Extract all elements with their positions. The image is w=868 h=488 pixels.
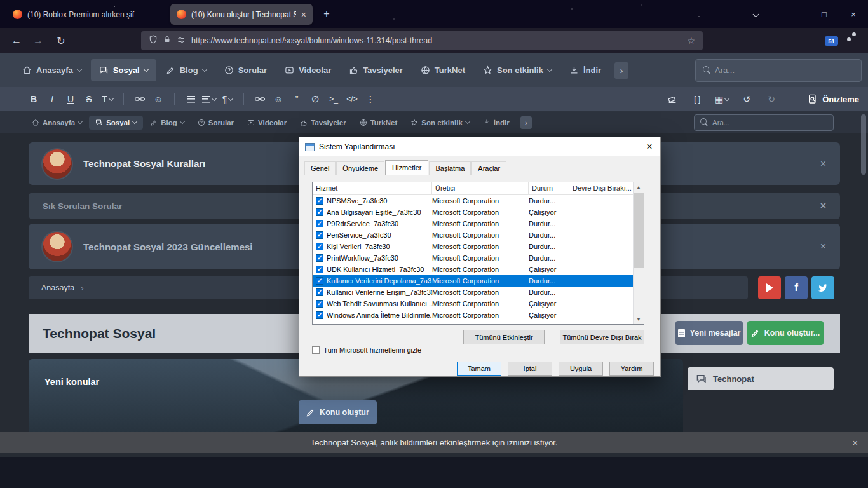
service-row[interactable]: SteelSeries Update Service Bilinmiyor Du…: [313, 321, 644, 325]
nav-item-son-etkinlik[interactable]: Son etkinlik: [404, 116, 476, 130]
lock-icon[interactable]: [163, 35, 171, 46]
checkbox[interactable]: [312, 346, 320, 354]
new-messages-button[interactable]: Yeni mesajlar: [675, 321, 743, 345]
minimize-button[interactable]: –: [780, 0, 810, 28]
search-input[interactable]: [712, 119, 827, 126]
align-button[interactable]: [201, 91, 217, 107]
code-button[interactable]: </>: [344, 91, 360, 107]
list-tabs-chevron-icon[interactable]: [746, 0, 765, 28]
browser-tab-active[interactable]: (10) Konu oluştur | Technopat S ×: [170, 4, 313, 25]
bookmark-star-icon[interactable]: ☆: [687, 36, 695, 46]
nav-item-tavsiyeler[interactable]: Tavsiyeler: [294, 116, 352, 130]
service-checkbox[interactable]: [316, 288, 323, 296]
services-list-header[interactable]: Hizmet Üretici Durum Devre Dışı Bırakı..…: [313, 182, 644, 195]
service-checkbox[interactable]: [316, 243, 323, 250]
browser-tab-inactive[interactable]: (10) Roblox Premium alırken şif: [6, 4, 166, 25]
service-checkbox[interactable]: [316, 208, 323, 216]
search-input[interactable]: [715, 65, 854, 75]
nav-item-son-etkinlik[interactable]: Son etkinlik: [475, 59, 560, 81]
more-options-icon[interactable]: ⋮: [362, 91, 379, 107]
enable-all-button[interactable]: Tümünü Etkinleştir: [463, 330, 545, 344]
text-size-button[interactable]: T: [99, 91, 116, 107]
nav-item-videolar[interactable]: Videolar: [276, 59, 339, 81]
services-list[interactable]: Hizmet Üretici Durum Devre Dışı Bırakı..…: [312, 182, 644, 325]
scroll-down-icon[interactable]: ▼: [634, 315, 644, 324]
thread-title[interactable]: Technopat Sosyal Kuralları: [83, 158, 205, 169]
service-row[interactable]: Kullanıcı Verilerini Depolama_7a3... Mic…: [313, 275, 644, 287]
dismiss-icon[interactable]: ×: [820, 241, 826, 252]
service-row[interactable]: Kişi Verileri_7a3fc30 Microsoft Corporat…: [313, 241, 644, 252]
adblock-extension-badge[interactable]: 51: [825, 36, 838, 46]
breadcrumb-link[interactable]: Anasayfa: [41, 283, 74, 292]
nav-item-anasayfa[interactable]: Anasayfa: [14, 59, 90, 81]
nav-item-anasayfa[interactable]: Anasayfa: [25, 116, 88, 130]
dismiss-icon[interactable]: ×: [820, 158, 826, 170]
paragraph-button[interactable]: ¶: [219, 91, 236, 107]
list-button[interactable]: [182, 91, 199, 107]
close-button[interactable]: ×: [839, 0, 868, 28]
permissions-icon[interactable]: [177, 35, 186, 46]
extensions-puzzle-icon[interactable]: [848, 35, 850, 46]
service-checkbox[interactable]: [316, 266, 323, 273]
nav-overflow-button[interactable]: ›: [520, 116, 532, 129]
service-row[interactable]: NPSMSvc_7a3fc30 Microsoft Corporation Du…: [313, 195, 644, 207]
forward-button[interactable]: →: [29, 32, 47, 50]
nav-item-turknet[interactable]: TurkNet: [412, 59, 473, 81]
terminal-button[interactable]: >_: [325, 91, 342, 107]
service-row[interactable]: Kullanıcı Verilerine Erişim_7a3fc30 Micr…: [313, 287, 644, 298]
cancel-button[interactable]: İptal: [508, 362, 552, 376]
quote-button[interactable]: ”: [288, 91, 305, 107]
nav-overflow-button[interactable]: ›: [614, 62, 628, 79]
scroll-up-icon[interactable]: ▲: [634, 182, 644, 192]
site-search[interactable]: [695, 59, 862, 82]
tab-araclar[interactable]: Araçlar: [471, 161, 506, 175]
forum-node-item[interactable]: Technopat: [688, 367, 834, 390]
avatar[interactable]: [43, 232, 72, 261]
nav-item-sorular[interactable]: Sorular: [191, 116, 240, 130]
tab-baslatma[interactable]: Başlatma: [429, 161, 471, 175]
nav-item-indir[interactable]: İndir: [477, 116, 516, 130]
page-scrollbar[interactable]: [861, 114, 866, 175]
dismiss-icon[interactable]: ×: [820, 200, 826, 212]
dialog-titlebar[interactable]: Sistem Yapılandırması: [299, 137, 660, 156]
avatar[interactable]: [43, 149, 72, 179]
faq-title[interactable]: Sık Sorulan Sorular: [43, 201, 122, 211]
apply-button[interactable]: Uygula: [559, 362, 603, 376]
help-button[interactable]: Yardım: [609, 362, 654, 376]
nav-item-blog[interactable]: Blog: [144, 116, 191, 130]
service-checkbox[interactable]: [316, 231, 323, 239]
tab-hizmetler[interactable]: Hizmetler: [385, 160, 428, 175]
service-checkbox[interactable]: [316, 254, 323, 262]
remove-format-button[interactable]: ∅: [307, 91, 323, 107]
close-notification-icon[interactable]: ×: [852, 437, 858, 448]
service-row[interactable]: Web Tehdit Savunması Kullanıcı ... Micro…: [313, 298, 644, 309]
media-button[interactable]: ▦: [714, 91, 730, 107]
list-scrollbar[interactable]: ▲ ▼: [633, 182, 644, 324]
scrollbar-thumb[interactable]: [634, 193, 644, 268]
nav-item-sosyal[interactable]: Sosyal: [91, 59, 156, 81]
twitter-button[interactable]: [811, 276, 834, 299]
service-checkbox[interactable]: [316, 197, 323, 205]
italic-button[interactable]: I: [44, 91, 60, 107]
preview-button[interactable]: Önizleme: [808, 94, 859, 104]
underline-button[interactable]: U: [62, 91, 79, 107]
back-button[interactable]: ←: [8, 32, 25, 50]
service-checkbox[interactable]: [316, 300, 323, 308]
undo-button[interactable]: ↺: [738, 91, 755, 107]
facebook-button[interactable]: f: [785, 276, 808, 299]
maximize-button[interactable]: □: [810, 0, 839, 28]
nav-item-sorular[interactable]: Sorular: [216, 59, 276, 81]
redo-button[interactable]: ↻: [763, 91, 780, 107]
brackets-button[interactable]: [ ]: [689, 91, 705, 107]
service-row[interactable]: Windows Anında İletme Bildirimle... Micr…: [313, 309, 644, 321]
nav-item-indir[interactable]: İndir: [561, 59, 609, 81]
disable-all-button[interactable]: Tümünü Devre Dışı Bırak: [560, 330, 644, 344]
create-topic-button[interactable]: Konu oluştur...: [747, 321, 824, 345]
smiley-button[interactable]: ☺: [270, 91, 287, 107]
service-row[interactable]: P9RdrService_7a3fc30 Microsoft Corporati…: [313, 218, 644, 229]
ok-button[interactable]: Tamam: [457, 362, 501, 376]
nav-item-sosyal[interactable]: Sosyal: [89, 116, 143, 130]
site-search[interactable]: [694, 114, 834, 131]
link-button[interactable]: [132, 91, 148, 107]
service-checkbox[interactable]: [316, 277, 323, 285]
